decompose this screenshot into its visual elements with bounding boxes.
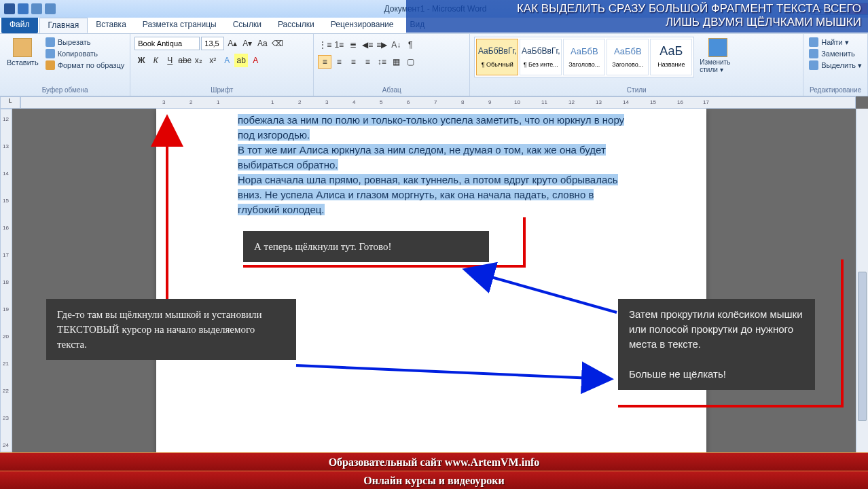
group-clipboard: Вставить Вырезать Копировать Формат по о…	[0, 34, 130, 96]
callout-scroll-text2: Больше не щёлкать!	[629, 367, 804, 382]
styles-gallery[interactable]: АаБбВвГг,¶ Обычный АаБбВвГг,¶ Без инте..…	[474, 37, 694, 77]
footer-banner-courses: Онлайн курсы и видеоуроки	[0, 471, 868, 489]
group-paragraph: ⋮≡ 1≡ ≣ ◀≡ ≡▶ A↓ ¶ ≡ ≡ ≡ ≡ ↕≡ ▦ ▢ Абзац	[314, 34, 470, 96]
tab-insert[interactable]: Вставка	[88, 18, 134, 33]
copy-button[interactable]: Копировать	[44, 48, 126, 59]
brush-icon	[46, 60, 55, 70]
align-left-button[interactable]: ≡	[318, 55, 331, 69]
clear-format-button[interactable]: ⌫	[270, 37, 284, 50]
replace-icon	[809, 49, 818, 58]
callout-start-click: Где-то там вы щёлкнули мышкой и установи…	[46, 299, 296, 360]
scroll-thumb[interactable]	[858, 272, 867, 421]
style-title[interactable]: АаБНазвание	[650, 39, 692, 75]
align-center-button[interactable]: ≡	[332, 55, 346, 69]
paste-label: Вставить	[7, 58, 39, 67]
sort-button[interactable]: A↓	[389, 38, 403, 52]
quick-access-toolbar	[0, 3, 60, 14]
underline-button[interactable]: Ч	[163, 54, 177, 67]
italic-button[interactable]: К	[149, 54, 162, 67]
redo-icon[interactable]	[45, 3, 56, 14]
group-font: A▴ A▾ Aa ⌫ Ж К Ч abc x₂ x² A ab A Шрифт	[130, 34, 314, 96]
find-button[interactable]: Найти ▾	[808, 37, 863, 48]
change-styles-icon	[708, 38, 727, 57]
style-heading1[interactable]: АаБбВЗаголово...	[563, 39, 605, 75]
style-nospacing[interactable]: АаБбВвГг,¶ Без инте...	[520, 39, 562, 75]
format-painter-button[interactable]: Формат по образцу	[44, 60, 126, 71]
show-marks-button[interactable]: ¶	[403, 38, 417, 52]
callout-click-here: А теперь щёлкнули тут. Готово!	[243, 231, 489, 262]
cut-button[interactable]: Вырезать	[44, 37, 126, 48]
font-group-label: Шрифт	[134, 86, 309, 94]
ruler-corner[interactable]: L	[0, 96, 20, 109]
multilevel-button[interactable]: ≣	[346, 38, 360, 52]
vertical-scrollbar[interactable]	[856, 109, 868, 452]
subscript-button[interactable]: x₂	[192, 54, 205, 67]
fmt-label: Формат по образцу	[58, 61, 125, 69]
select-button[interactable]: Выделить ▾	[808, 60, 863, 71]
document-area: L 321 1234567891011121314151617 12131415…	[0, 96, 868, 452]
increase-indent-button[interactable]: ≡▶	[375, 38, 388, 52]
callout-scroll-text1: Затем прокрутили колёсиком мышки или пол…	[629, 307, 804, 352]
align-right-button[interactable]: ≡	[346, 55, 360, 69]
select-icon	[809, 60, 818, 70]
group-styles: АаБбВвГг,¶ Обычный АаБбВвГг,¶ Без инте..…	[470, 34, 803, 96]
tab-file[interactable]: Файл	[1, 18, 38, 33]
strike-button[interactable]: abc	[177, 54, 191, 67]
style-normal[interactable]: АаБбВвГг,¶ Обычный	[476, 39, 518, 75]
save-icon[interactable]	[18, 3, 29, 14]
horizontal-ruler[interactable]: 321 1234567891011121314151617	[20, 96, 856, 109]
selected-text-p1: побежала за ним по полю и только-только …	[238, 114, 624, 141]
font-color-button[interactable]: A	[249, 54, 262, 67]
overlay-line2: ЛИШЬ ДВУМЯ ЩЁЛЧКАМИ МЫШКИ	[413, 16, 861, 29]
tab-review[interactable]: Рецензирование	[323, 18, 402, 33]
selected-text-p3: Нора сначала шла прямо, ровная, как тунн…	[238, 174, 618, 215]
grow-font-button[interactable]: A▴	[225, 37, 239, 50]
styles-group-label: Стили	[474, 86, 799, 94]
find-icon	[809, 37, 818, 47]
vertical-ruler[interactable]: 1213141516171819202122232425	[0, 109, 12, 452]
numbering-button[interactable]: 1≡	[332, 38, 346, 52]
change-styles-label: Изменить стили ▾	[700, 58, 736, 73]
selected-text-p2: В тот же миг Алиса юркнула за ним следом…	[238, 144, 606, 170]
superscript-button[interactable]: x²	[206, 54, 219, 67]
footer-banner-site: Образовательный сайт www.ArtemVM.info	[0, 452, 868, 471]
document-page[interactable]: побежала за ним по полю и только-только …	[156, 109, 706, 452]
change-case-button[interactable]: Aa	[255, 37, 269, 50]
font-size-combo[interactable]	[201, 37, 224, 50]
justify-button[interactable]: ≡	[361, 55, 374, 69]
para-group-label: Абзац	[318, 86, 465, 94]
font-name-combo[interactable]	[134, 37, 200, 50]
shading-button[interactable]: ▦	[389, 55, 403, 69]
undo-icon[interactable]	[31, 3, 42, 14]
editing-group-label: Редактирование	[808, 86, 863, 94]
style-heading2[interactable]: АаБбВЗаголово...	[607, 39, 649, 75]
group-editing: Найти ▾ Заменить Выделить ▾ Редактирован…	[803, 34, 868, 96]
tab-refs[interactable]: Ссылки	[225, 18, 270, 33]
ribbon: Вставить Вырезать Копировать Формат по о…	[0, 34, 868, 96]
callout-scroll: Затем прокрутили колёсиком мышки или пол…	[618, 299, 815, 390]
text-effects-button[interactable]: A	[220, 54, 234, 67]
bold-button[interactable]: Ж	[134, 54, 148, 67]
decrease-indent-button[interactable]: ◀≡	[361, 38, 374, 52]
clipboard-group-label: Буфер обмена	[4, 86, 126, 94]
borders-button[interactable]: ▢	[403, 55, 417, 69]
copy-icon	[46, 49, 55, 58]
shrink-font-button[interactable]: A▾	[240, 37, 254, 50]
paste-icon	[13, 38, 32, 57]
copy-label: Копировать	[58, 50, 98, 58]
overlay-line1: КАК ВЫДЕЛИТЬ СРАЗУ БОЛЬШОЙ ФРАГМЕНТ ТЕКС…	[413, 2, 861, 16]
highlight-button[interactable]: ab	[234, 54, 248, 67]
change-styles-button[interactable]: Изменить стили ▾	[697, 37, 739, 75]
line-spacing-button[interactable]: ↕≡	[375, 55, 388, 69]
tab-mail[interactable]: Рассылки	[270, 18, 323, 33]
tutorial-title-overlay: КАК ВЫДЕЛИТЬ СРАЗУ БОЛЬШОЙ ФРАГМЕНТ ТЕКС…	[406, 0, 868, 33]
replace-button[interactable]: Заменить	[808, 48, 863, 59]
paste-button[interactable]: Вставить	[4, 37, 41, 68]
tab-layout[interactable]: Разметка страницы	[134, 18, 225, 33]
tab-home[interactable]: Главная	[39, 18, 88, 33]
cut-label: Вырезать	[58, 38, 91, 46]
word-icon[interactable]	[4, 3, 15, 14]
bullets-button[interactable]: ⋮≡	[318, 38, 331, 52]
document-text[interactable]: побежала за ним по полю и только-только …	[238, 113, 638, 217]
page-viewport: побежала за ним по полю и только-только …	[20, 109, 856, 452]
